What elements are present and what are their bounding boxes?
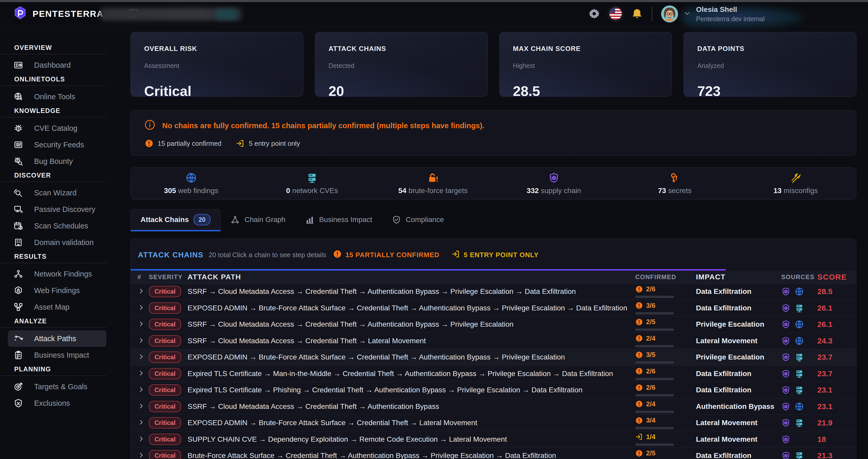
attack-chain-row[interactable]: CriticalSUPPLY CHAIN CVE → Dependency Ex… [131, 431, 856, 448]
attack-chain-row[interactable]: CriticalEXPOSED ADMIN → Brute-Force Atta… [131, 415, 856, 431]
shield-bug-icon [781, 353, 790, 362]
card-subtitle: Analyzed [697, 62, 843, 69]
sources-cell [781, 418, 817, 427]
score-value: 28.5 [817, 287, 856, 296]
chevron-right-icon [137, 353, 145, 361]
entry-arrow-icon [236, 139, 245, 148]
confirmed-ratio: 2/6 [646, 384, 655, 392]
confirmed-ratio: 2/6 [646, 367, 655, 375]
chevron-right-icon [137, 435, 145, 443]
sidebar-item-dashboard[interactable]: Dashboard [8, 57, 106, 73]
impact-text: Data Exfiltration [696, 304, 781, 312]
confirmed-progress [635, 345, 674, 347]
warn-circle-icon [145, 139, 153, 148]
sidebar-item-web-findings[interactable]: Web Findings [8, 282, 106, 299]
tab-attack-chains[interactable]: Attack Chains20 [130, 209, 221, 231]
sidebar-item-exclusions[interactable]: Exclusions [8, 395, 106, 411]
redacted-status-badge [216, 9, 236, 20]
shield-bug-icon [781, 336, 790, 345]
stat-misconfigs: 13misconfigs [735, 172, 856, 195]
attack-chain-row[interactable]: CriticalBrute-Force Attack Surface → Cre… [131, 448, 856, 459]
tab-chain-graph[interactable]: Chain Graph [221, 209, 295, 231]
attack-chain-row[interactable]: CriticalSSRF → Cloud Metadata Access → C… [131, 283, 856, 300]
sidebar-item-security-feeds[interactable]: Security Feeds [8, 136, 106, 153]
scan-schedules-icon [13, 221, 23, 231]
sidebar-section-header: RESULTS [0, 253, 106, 263]
shield-check-icon [392, 215, 401, 224]
card-title: DATA POINTS [697, 45, 843, 53]
confirmed-ratio: 2/4 [646, 334, 655, 342]
attack-path-text: Expired TLS Certificate → Phishing → Cre… [188, 386, 635, 394]
attack-chain-row[interactable]: CriticalSSRF → Cloud Metadata Access → C… [131, 333, 856, 349]
expand-chevron-icon[interactable] [131, 304, 149, 312]
sidebar-item-scan-wizard[interactable]: Scan Wizard [8, 185, 106, 201]
warn-circle-icon [635, 417, 643, 424]
expand-chevron-icon[interactable] [131, 353, 149, 362]
tab-business-impact[interactable]: Business Impact [295, 209, 382, 231]
attack-chain-row[interactable]: CriticalSSRF → Cloud Metadata Access → C… [131, 316, 856, 333]
sidebar-item-domain-validation[interactable]: Domain validation [8, 234, 106, 251]
stat-brute-force-targets: 54brute-force targets [373, 172, 493, 195]
passive-discovery-icon [13, 205, 23, 214]
sidebar-item-business-impact[interactable]: Business Impact [8, 347, 106, 363]
sidebar-item-passive-discovery[interactable]: Passive Discovery [8, 201, 106, 218]
column-header-score: SCORE [817, 273, 856, 281]
attack-chain-row[interactable]: CriticalSSRF → Cloud Metadata Access → C… [131, 399, 856, 415]
score-value: 26.1 [817, 304, 856, 312]
sidebar-item-attack-paths[interactable]: Attack Paths [8, 330, 106, 347]
expand-chevron-icon[interactable] [131, 435, 149, 444]
sidebar-section-header: OVERVIEW [0, 44, 106, 54]
tab-label: Chain Graph [244, 216, 285, 224]
attack-chain-row[interactable]: CriticalExpired TLS Certificate → Phishi… [131, 382, 856, 399]
language-flag-button[interactable] [607, 6, 624, 22]
server-icon [795, 418, 804, 427]
sidebar-item-cve-catalog[interactable]: CVE Catalog [8, 120, 106, 136]
online-tools-icon [13, 92, 23, 101]
sidebar-item-network-findings[interactable]: Network Findings [8, 266, 106, 282]
tab-compliance[interactable]: Compliance [382, 209, 454, 231]
table-hint: Click a chain to see step details [232, 251, 326, 259]
expand-chevron-icon[interactable] [131, 336, 149, 345]
card-value: Critical [144, 83, 289, 99]
sidebar-item-asset-map[interactable]: Asset Map [8, 299, 106, 315]
user-menu[interactable]: Olesia Shell Pentesterra dev internal [661, 5, 765, 23]
sidebar-item-label: Passive Discovery [34, 205, 95, 214]
confirmed-progress [635, 411, 674, 413]
expand-chevron-icon[interactable] [131, 402, 149, 411]
confirmed-cell: 2/5 [635, 318, 696, 331]
shield-bug-icon [781, 320, 790, 329]
notifications-button[interactable] [631, 8, 643, 21]
score-value: 23.1 [817, 386, 856, 394]
graph-icon [230, 215, 240, 224]
dashboard-icon [13, 60, 23, 70]
expand-chevron-icon[interactable] [131, 419, 149, 427]
sidebar-item-label: Scan Schedules [34, 222, 88, 230]
sidebar-item-scan-schedules[interactable]: Scan Schedules [8, 218, 106, 234]
server-icon [795, 369, 804, 378]
sidebar-item-targets-goals[interactable]: Targets & Goals [8, 378, 106, 395]
expand-chevron-icon[interactable] [131, 320, 149, 329]
confirmed-cell: 1/4 [635, 433, 696, 446]
expand-chevron-icon[interactable] [131, 451, 149, 459]
attack-chain-row[interactable]: CriticalEXPOSED ADMIN → Brute-Force Atta… [131, 300, 856, 316]
tabs: Attack Chains20Chain GraphBusiness Impac… [130, 209, 857, 231]
attack-chain-row[interactable]: CriticalExpired TLS Certificate → Man-in… [131, 366, 856, 382]
bell-icon [631, 8, 643, 21]
severity-badge: Critical [149, 368, 181, 379]
severity-badge: Critical [149, 384, 181, 396]
expand-chevron-icon[interactable] [131, 369, 149, 378]
alert-badge-label: 15 partially confirmed [158, 140, 221, 148]
table-rows: CriticalSSRF → Cloud Metadata Access → C… [131, 283, 856, 459]
entry-arrow-icon [635, 433, 643, 441]
sidebar-item-online-tools[interactable]: Online Tools [8, 88, 106, 105]
server-icon [795, 353, 804, 362]
expand-chevron-icon[interactable] [131, 386, 149, 394]
settings-button[interactable] [588, 8, 600, 21]
expand-chevron-icon[interactable] [131, 287, 149, 296]
attack-chain-row[interactable]: CriticalEXPOSED ADMIN → Brute-Force Atta… [131, 349, 856, 366]
user-text: Olesia Shell Pentesterra dev internal [696, 5, 765, 23]
user-avatar [661, 5, 678, 23]
sidebar: OVERVIEWDashboardONLINETOOLSOnline Tools… [0, 26, 114, 459]
sidebar-item-label: Domain validation [34, 238, 94, 247]
sidebar-item-bug-bounty[interactable]: Bug Bounty [8, 153, 106, 170]
